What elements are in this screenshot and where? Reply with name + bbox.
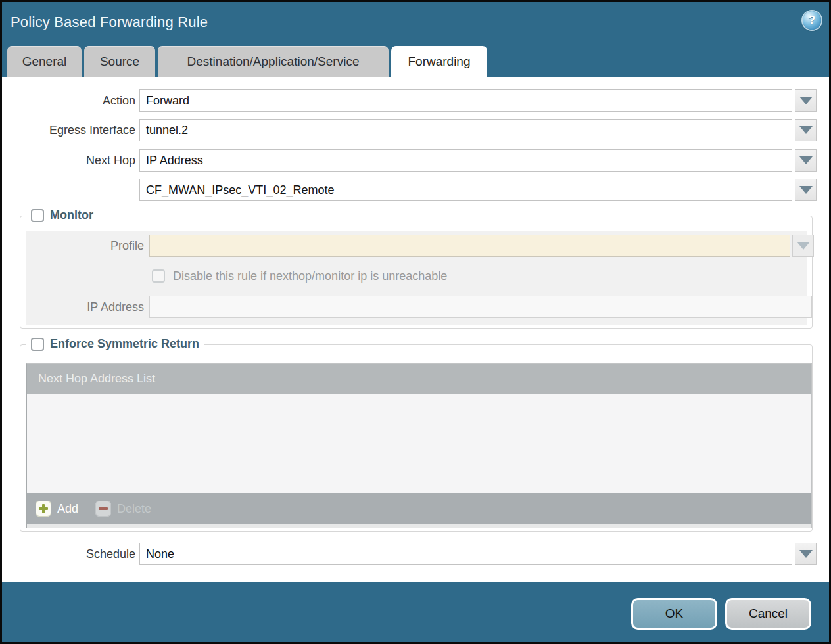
dialog-titlebar: Policy Based Forwarding Rule ? — [2, 2, 829, 44]
next-hop-dropdown-button[interactable] — [795, 149, 817, 172]
chevron-down-icon — [797, 242, 810, 250]
schedule-select[interactable]: None — [139, 543, 792, 565]
next-hop-address-list-header: Next Hop Address List — [27, 364, 811, 394]
dialog-footer: OK Cancel — [2, 582, 829, 642]
chevron-down-icon — [799, 156, 813, 164]
schedule-label: Schedule — [2, 543, 135, 565]
delete-icon — [95, 501, 111, 517]
delete-button-label: Delete — [117, 502, 151, 516]
help-icon[interactable]: ? — [803, 11, 821, 30]
tab-forwarding[interactable]: Forwarding — [391, 46, 487, 77]
disable-rule-label: Disable this rule if nexthop/monitor ip … — [173, 269, 447, 283]
profile-dropdown-button[interactable] — [792, 235, 814, 257]
next-hop-address-list-table: Next Hop Address List Add Delete — [26, 363, 812, 528]
chevron-down-icon — [799, 186, 813, 194]
monitor-legend: Monitor — [26, 208, 99, 222]
enforce-symmetric-return-legend: Enforce Symmetric Return — [26, 337, 204, 351]
tab-source[interactable]: Source — [84, 46, 155, 77]
egress-interface-dropdown-button[interactable] — [795, 119, 817, 141]
add-icon — [36, 501, 51, 517]
disable-rule-checkbox[interactable] — [152, 269, 165, 283]
enforce-symmetric-return-legend-label: Enforce Symmetric Return — [50, 337, 199, 351]
add-button-label: Add — [57, 502, 78, 516]
next-hop-type-select[interactable]: IP Address — [139, 149, 792, 172]
monitor-checkbox[interactable] — [31, 209, 44, 222]
dialog-title: Policy Based Forwarding Rule — [11, 14, 208, 31]
forwarding-tab-panel: Action Forward Egress Interface tunnel.2… — [2, 77, 829, 582]
tab-bar: General Source Destination/Application/S… — [2, 44, 829, 77]
next-hop-address-select[interactable]: CF_MWAN_IPsec_VTI_02_Remote — [139, 179, 792, 201]
egress-interface-select[interactable]: tunnel.2 — [139, 119, 792, 141]
next-hop-address-list-body[interactable] — [27, 394, 811, 493]
action-label: Action — [2, 89, 135, 112]
action-row: Action Forward — [2, 89, 829, 112]
schedule-row: Schedule None — [2, 543, 829, 565]
next-hop-label: Next Hop — [2, 149, 135, 172]
chevron-down-icon — [799, 126, 813, 134]
ok-button[interactable]: OK — [631, 598, 717, 630]
delete-button[interactable]: Delete — [95, 501, 151, 517]
tab-destination-application-service[interactable]: Destination/Application/Service — [158, 46, 389, 77]
monitor-ip-address-input[interactable] — [149, 296, 812, 318]
monitor-group: Monitor Profile Disable this rule if nex… — [20, 216, 813, 329]
monitor-legend-label: Monitor — [50, 208, 93, 222]
profile-label: Profile — [20, 235, 144, 257]
next-hop-address-row: CF_MWAN_IPsec_VTI_02_Remote — [2, 179, 829, 201]
tab-general[interactable]: General — [7, 46, 82, 77]
chevron-down-icon — [799, 97, 813, 104]
profile-select[interactable] — [149, 235, 790, 257]
action-select[interactable]: Forward — [139, 89, 792, 112]
cancel-button[interactable]: Cancel — [725, 598, 811, 630]
action-dropdown-button[interactable] — [795, 89, 817, 112]
policy-based-forwarding-dialog: Policy Based Forwarding Rule ? General S… — [0, 0, 831, 644]
monitor-ip-address-label: IP Address — [20, 296, 144, 318]
next-hop-row: Next Hop IP Address — [2, 149, 829, 172]
table-bottom-strip — [27, 524, 811, 528]
egress-interface-label: Egress Interface — [2, 119, 135, 141]
chevron-down-icon — [799, 550, 813, 558]
next-hop-address-list-toolbar: Add Delete — [27, 493, 811, 524]
add-button[interactable]: Add — [36, 501, 78, 517]
enforce-symmetric-return-group: Enforce Symmetric Return Next Hop Addres… — [20, 344, 813, 532]
enforce-symmetric-return-checkbox[interactable] — [31, 338, 44, 351]
schedule-dropdown-button[interactable] — [795, 543, 817, 565]
next-hop-address-dropdown-button[interactable] — [795, 179, 817, 201]
egress-interface-row: Egress Interface tunnel.2 — [2, 119, 829, 141]
